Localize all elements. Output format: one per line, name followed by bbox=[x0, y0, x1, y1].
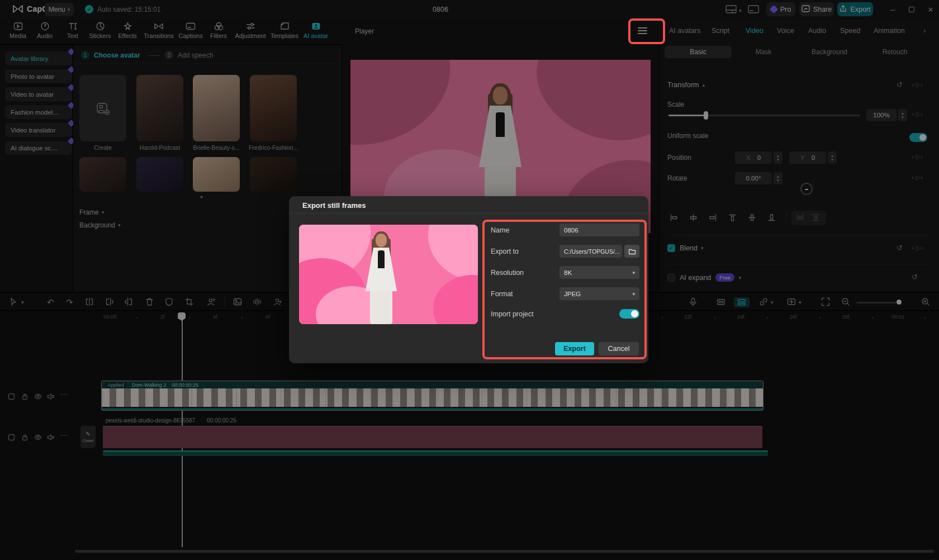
dialog-title: Export still frames bbox=[302, 201, 366, 210]
preview-presenter bbox=[358, 231, 408, 324]
frame-preview bbox=[299, 225, 478, 324]
capcut-window: CapCut Menu▾ ✓ Auto saved: 15:15:01 0806… bbox=[0, 0, 939, 560]
dialog-divider bbox=[289, 213, 648, 213]
annotation-box-export-settings bbox=[482, 220, 647, 359]
annotation-box-player-menu bbox=[628, 18, 665, 44]
